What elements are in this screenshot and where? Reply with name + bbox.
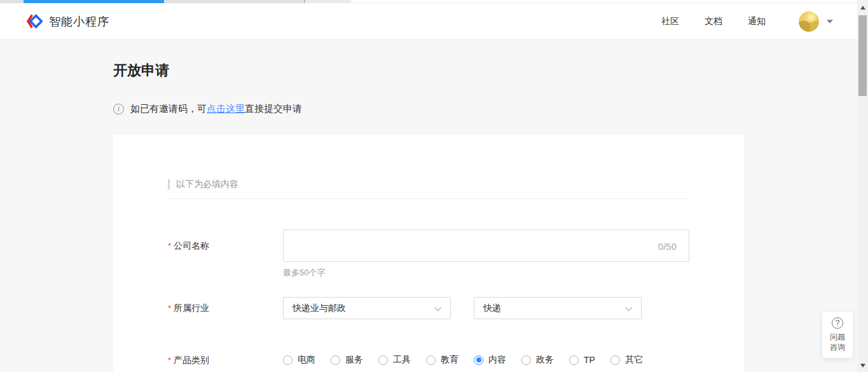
nav-item[interactable]: 文档 bbox=[705, 16, 722, 27]
category-radio-group: 电商 服务 工具 bbox=[283, 354, 689, 366]
info-icon: i bbox=[113, 104, 124, 114]
required-asterisk: * bbox=[168, 303, 171, 313]
radio-icon bbox=[426, 355, 436, 365]
radio-option[interactable]: TP bbox=[569, 355, 595, 365]
section-bar bbox=[168, 179, 170, 189]
scroll-down-button[interactable] bbox=[857, 360, 868, 371]
top-loading-strip bbox=[0, 0, 857, 3]
industry-secondary-value: 快递 bbox=[483, 303, 501, 314]
radio-icon bbox=[283, 355, 293, 365]
company-name-label: *公司名称 bbox=[168, 230, 283, 279]
radio-icon bbox=[378, 355, 388, 365]
section-title: 以下为必填内容 bbox=[176, 179, 238, 190]
notice-prefix: 如已有邀请码，可 bbox=[130, 103, 207, 115]
char-counter: 0/50 bbox=[658, 240, 677, 251]
industry-primary-select[interactable]: 快递业与邮政 bbox=[283, 297, 451, 319]
required-asterisk: * bbox=[168, 241, 171, 251]
radio-option[interactable]: 工具 bbox=[378, 354, 411, 366]
user-avatar[interactable] bbox=[799, 11, 819, 32]
help-consult-button[interactable]: ? 问题 咨询 bbox=[822, 312, 853, 358]
brand-logo-icon bbox=[25, 13, 43, 30]
main-content: 开放申请 i 如已有邀请码，可点击这里直接提交申请 以下为必填内容 *公司名称 … bbox=[113, 40, 744, 372]
notice-link[interactable]: 点击这里 bbox=[207, 103, 245, 115]
nav-item[interactable]: 社区 bbox=[661, 16, 679, 27]
radio-option[interactable]: 电商 bbox=[283, 354, 315, 366]
invite-code-notice: i 如已有邀请码，可点击这里直接提交申请 bbox=[113, 103, 744, 115]
brand-name: 智能小程序 bbox=[49, 14, 109, 29]
chevron-down-icon[interactable] bbox=[827, 20, 833, 24]
chevron-down-icon bbox=[625, 303, 632, 310]
nav-item[interactable]: 通知 bbox=[748, 16, 766, 27]
triangle-down-icon bbox=[860, 364, 865, 368]
radio-option[interactable]: 政务 bbox=[521, 354, 554, 366]
radio-option[interactable]: 内容 bbox=[474, 354, 506, 366]
radio-option[interactable]: 服务 bbox=[331, 354, 363, 366]
company-name-input[interactable] bbox=[283, 230, 689, 262]
industry-primary-value: 快递业与邮政 bbox=[293, 303, 346, 314]
form-row-company: *公司名称 0/50 最多50个字 bbox=[168, 230, 689, 279]
section-header: 以下为必填内容 bbox=[168, 179, 689, 190]
company-helper-text: 最多50个字 bbox=[283, 267, 689, 279]
category-label: *产品类别 bbox=[168, 354, 283, 366]
strip-separator bbox=[304, 0, 305, 3]
header-nav: 社区 文档 通知 bbox=[661, 16, 791, 27]
page-title: 开放申请 bbox=[113, 61, 744, 80]
form-row-industry: *所属行业 快递业与邮政 快递 bbox=[168, 297, 689, 319]
scrollbar-thumb[interactable] bbox=[858, 15, 867, 96]
loading-progress-bar bbox=[24, 0, 164, 3]
triangle-up-icon bbox=[860, 6, 865, 10]
brand-logo[interactable]: 智能小程序 bbox=[25, 13, 109, 30]
industry-secondary-select[interactable]: 快递 bbox=[474, 297, 642, 319]
help-label: 问题 咨询 bbox=[830, 332, 845, 352]
radio-icon bbox=[331, 355, 340, 365]
chevron-down-icon bbox=[434, 303, 441, 310]
vertical-scrollbar[interactable] bbox=[857, 0, 868, 372]
radio-icon bbox=[610, 355, 620, 365]
form-row-category: *产品类别 电商 服务 bbox=[168, 354, 689, 366]
industry-label: *所属行业 bbox=[168, 297, 283, 319]
radio-icon bbox=[521, 355, 531, 365]
strip-track-light bbox=[305, 0, 351, 3]
radio-icon bbox=[569, 355, 579, 365]
radio-option[interactable]: 教育 bbox=[426, 354, 458, 366]
section-divider bbox=[168, 198, 689, 199]
notice-suffix: 直接提交申请 bbox=[245, 103, 302, 115]
required-asterisk: * bbox=[168, 355, 171, 365]
question-circle-icon: ? bbox=[832, 317, 843, 329]
radio-option[interactable]: 其它 bbox=[610, 354, 643, 366]
radio-icon bbox=[474, 355, 483, 365]
scroll-up-button[interactable] bbox=[857, 2, 868, 13]
app-header: 智能小程序 社区 文档 通知 bbox=[0, 3, 857, 40]
application-form-card: 以下为必填内容 *公司名称 0/50 最多50个字 *所属行业 bbox=[113, 135, 744, 372]
